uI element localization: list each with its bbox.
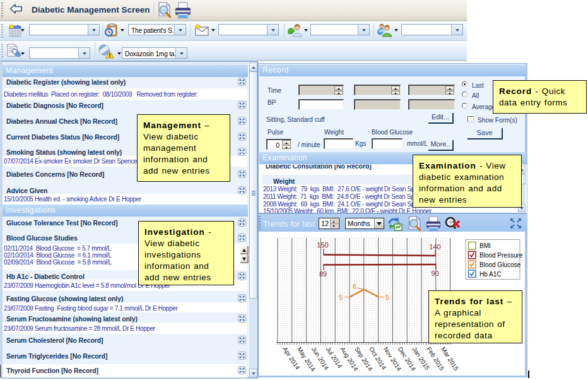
svg-text:5: 5 <box>385 294 389 301</box>
svg-text:Hb A1C: Hb A1C <box>479 271 501 278</box>
svg-text:BMI: BMI <box>479 242 491 249</box>
svg-text:Blood Glucose: Blood Glucose <box>479 261 520 268</box>
svg-text:Blood Pressure: Blood Pressure <box>479 252 523 259</box>
svg-text:150: 150 <box>317 241 328 249</box>
svg-text:5: 5 <box>339 294 343 301</box>
svg-text:140: 140 <box>429 243 440 251</box>
svg-text:6: 6 <box>353 283 356 290</box>
svg-text:90: 90 <box>431 270 438 277</box>
svg-text:89: 89 <box>319 270 327 278</box>
